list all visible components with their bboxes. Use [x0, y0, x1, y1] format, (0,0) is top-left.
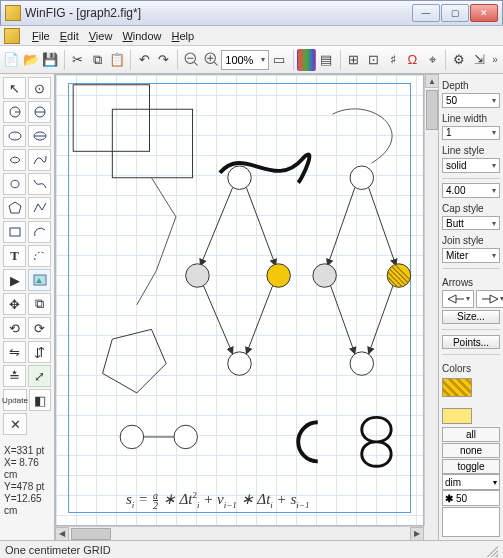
depth-input[interactable]: 50▾ [442, 93, 500, 108]
redo-icon[interactable]: ↷ [155, 49, 174, 71]
interp-closed-tool-icon[interactable] [3, 173, 26, 195]
new-file-icon[interactable]: 📄 [2, 49, 21, 71]
window-title: WinFIG - [graph2.fig*] [25, 6, 412, 20]
scale-tool-icon[interactable]: ⤢ [28, 365, 51, 387]
linewidth-input[interactable]: 1▾ [442, 126, 500, 141]
ellipse-r-tool-icon[interactable] [3, 125, 26, 147]
interp-open-tool-icon[interactable] [28, 173, 51, 195]
save-file-icon[interactable]: 💾 [41, 49, 60, 71]
joinstyle-select[interactable]: Miter▾ [442, 248, 500, 263]
undo-icon[interactable]: ↶ [135, 49, 154, 71]
polygon-tool-icon[interactable] [3, 197, 26, 219]
coords-icon[interactable]: ⌖ [423, 49, 442, 71]
move-tool-icon[interactable]: ✥ [3, 293, 26, 315]
layers-panel-icon[interactable]: ▤ [317, 49, 336, 71]
copy-icon[interactable]: ⧉ [88, 49, 107, 71]
points-button[interactable]: Points... [442, 335, 500, 350]
scroll-thumb-v[interactable] [426, 90, 438, 130]
circle-r-tool-icon[interactable] [3, 101, 26, 123]
pen-swatch-icon[interactable] [442, 408, 472, 424]
svg-line-35 [369, 285, 393, 353]
scroll-thumb-h[interactable] [71, 528, 111, 540]
zoom-select[interactable]: 100%▾ [221, 50, 269, 70]
circle-d-tool-icon[interactable] [28, 101, 51, 123]
paste-icon[interactable]: 📋 [108, 49, 127, 71]
magnet-icon[interactable]: Ω [403, 49, 422, 71]
polyline-tool-icon[interactable] [28, 197, 51, 219]
layer-toggle-button[interactable]: toggle [442, 459, 500, 474]
color-panel-icon[interactable]: ▮ [297, 49, 316, 71]
edit-tool-icon[interactable]: ◧ [29, 389, 51, 411]
scroll-up-icon[interactable]: ▲ [425, 74, 438, 88]
align-tool-icon[interactable]: ≛ [3, 365, 26, 387]
picture-tool-icon[interactable] [28, 269, 51, 291]
scroll-left-icon[interactable]: ◀ [55, 527, 69, 541]
delete-tool-icon[interactable]: ✕ [3, 413, 27, 435]
open-file-icon[interactable]: 📂 [22, 49, 41, 71]
rect-tool-icon[interactable] [3, 221, 26, 243]
update-tool-icon[interactable]: Update [3, 389, 27, 411]
menu-window[interactable]: WindowWindow [122, 30, 161, 42]
ellipse-d-tool-icon[interactable] [28, 125, 51, 147]
layer-list[interactable] [442, 507, 500, 537]
select-tool-icon[interactable]: ↖ [3, 77, 26, 99]
rotate-tool-icon[interactable]: ⟲ [3, 317, 26, 339]
scroll-right-icon[interactable]: ▶ [410, 527, 424, 541]
linestyle-select[interactable]: solid▾ [442, 158, 500, 173]
arcbox-tool-icon[interactable] [28, 245, 51, 267]
anchor-icon[interactable]: ⇲ [470, 49, 489, 71]
layer-dim-select[interactable]: dim▾ [442, 474, 500, 490]
zoom-in-icon[interactable] [202, 49, 221, 71]
svg-line-1 [195, 63, 198, 66]
horizontal-scrollbar[interactable]: ◀ ▶ [55, 526, 424, 540]
menu-file[interactable]: FFileile [32, 30, 50, 42]
spline-open-tool-icon[interactable] [28, 149, 51, 171]
coord-readout: X=331 pt X= 8.76 cm Y=478 pt Y=12.65 cm [3, 443, 51, 519]
joinstyle-label: Join style [442, 235, 500, 246]
spline-closed-tool-icon[interactable] [3, 149, 26, 171]
svg-rect-18 [73, 85, 149, 152]
close-button[interactable]: ✕ [470, 4, 498, 22]
arc-tool-icon[interactable] [28, 221, 51, 243]
window-resizer-icon[interactable] [484, 543, 498, 557]
layer-none-button[interactable]: none [442, 443, 500, 458]
fill-swatch-icon[interactable] [442, 378, 472, 397]
vertical-scrollbar[interactable]: ▲ [424, 74, 438, 526]
mdi-icon[interactable] [4, 28, 20, 44]
menu-view[interactable]: ViewView [89, 30, 113, 42]
arrow-start-select[interactable]: ▾ [442, 290, 474, 308]
capstyle-select[interactable]: Butt▾ [442, 216, 500, 231]
tool-palette: ↖ ⊙ T ▶ [0, 74, 55, 540]
zoom-fit-icon[interactable]: ▭ [270, 49, 289, 71]
drawing-canvas[interactable]: si = a2 ∗ Δt2i + vi−1 ∗ Δti + si−1 [55, 74, 424, 526]
svg-point-23 [186, 264, 209, 287]
layer-depth-entry[interactable]: ✱50 [442, 490, 500, 506]
menu-edit[interactable]: EditEdit [60, 30, 79, 42]
colors-label: Colors [442, 363, 500, 374]
layer-all-button[interactable]: all [442, 427, 500, 442]
size-button[interactable]: Size... [442, 310, 500, 325]
scroll-corner [424, 526, 438, 540]
snap-1-icon[interactable]: ⊞ [344, 49, 363, 71]
cut-icon[interactable]: ✂ [69, 49, 88, 71]
minimize-button[interactable]: — [412, 4, 440, 22]
point-tool-icon[interactable]: ⊙ [28, 77, 51, 99]
svg-point-11 [9, 132, 21, 140]
svg-rect-19 [112, 109, 192, 177]
maximize-button[interactable]: ▢ [441, 4, 469, 22]
snap-2-icon[interactable]: ⊡ [364, 49, 383, 71]
settings-icon[interactable]: ⚙ [450, 49, 469, 71]
zoom-out-icon[interactable] [182, 49, 201, 71]
copy-tool-icon[interactable]: ⧉ [28, 293, 51, 315]
text-tool-icon[interactable]: T [3, 245, 26, 267]
menu-help[interactable]: HelpHelp [172, 30, 195, 42]
flip-v-tool-icon[interactable]: ⇵ [28, 341, 51, 363]
svg-point-31 [313, 264, 336, 287]
dash-input[interactable]: 4.00▾ [442, 183, 500, 198]
library-tool-icon[interactable]: ▶ [3, 269, 26, 291]
rotate-cw-tool-icon[interactable]: ⟳ [28, 317, 51, 339]
flip-h-tool-icon[interactable]: ⇋ [3, 341, 26, 363]
grid-toggle-icon[interactable]: ♯ [384, 49, 403, 71]
toolbar-overflow-icon[interactable]: » [489, 54, 501, 65]
arrow-end-select[interactable]: ▾ [476, 290, 503, 308]
